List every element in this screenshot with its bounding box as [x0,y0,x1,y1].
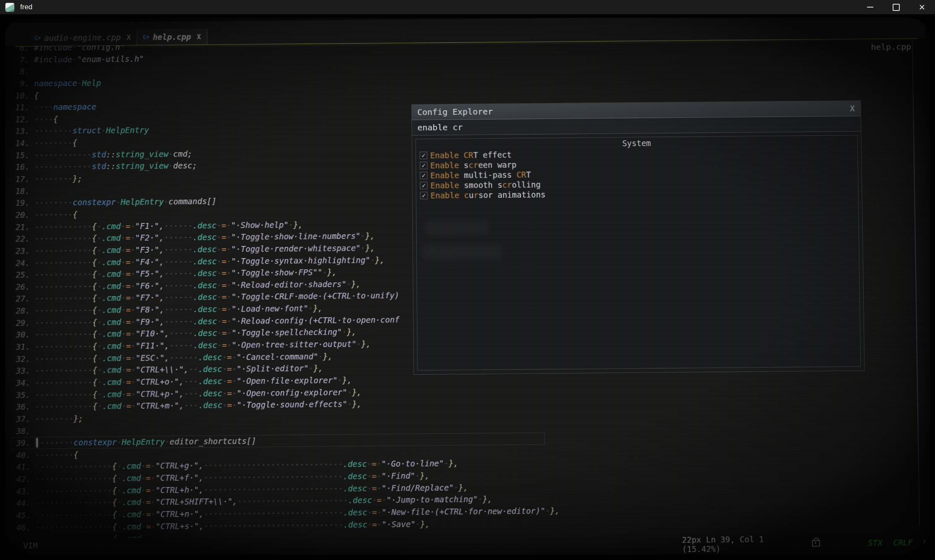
text-segment: constexpr [73,197,116,207]
text-segment: = [222,304,227,314]
checkbox-checked-icon[interactable]: ✓ [420,182,427,189]
text-segment: ················ [35,522,112,532]
text-segment: = [126,305,131,314]
file-badge: help.cpp [840,41,912,52]
text-segment: · [415,471,420,480]
tab-audio-engine.cpp[interactable]: C+audio-engine.cppX [29,29,137,46]
text-segment: Enable [430,190,459,201]
maximize-button[interactable] [883,0,909,14]
text-segment: "·New·file·(+CTRL·for·new·editor)" [382,506,545,517]
text-segment: { [112,522,117,531]
checkbox-checked-icon[interactable]: ✓ [420,172,427,179]
text-segment: · [97,306,102,315]
text-segment: · [117,486,122,495]
text-segment: · [216,220,221,230]
text-segment: ············ [34,246,92,255]
text-segment: { [92,222,97,231]
text-segment: Enable [430,160,459,170]
text-segment: · [97,222,102,231]
tab-help.cpp[interactable]: C+help.cppX [137,29,207,45]
text-segment: · [357,339,362,348]
text-segment: · [232,388,237,397]
text-segment: "·Find" [381,471,415,481]
text-segment: = [126,365,131,374]
text-segment: ············ [35,318,92,327]
text-segment: string_view [116,161,169,171]
line-number: 11. [10,101,34,114]
text-segment: .cmd [102,377,122,386]
text-segment: · [377,508,382,517]
text-segment: ················ [35,534,112,544]
config-items: ✓Enable CRT effect✓Enable screen warp✓En… [416,147,858,201]
text-segment: .cmd [102,341,121,350]
text-segment: · [347,387,352,397]
checkbox-checked-icon[interactable]: ✓ [420,152,427,159]
text-segment: T effect [473,150,512,160]
ghost-artifact [425,220,488,235]
text-segment: ······ [164,221,193,231]
close-button[interactable]: ✕ [909,0,935,14]
text-segment: = [125,233,130,243]
text-segment: = [126,269,131,278]
text-segment: · [232,352,237,361]
text-segment: · [121,365,126,374]
text-segment: }, [458,482,468,492]
text-segment: }, [365,243,375,252]
text-segment: · [151,485,156,495]
text-segment: r [474,190,479,200]
text-segment: "·Show·help" [231,220,289,230]
text-segment: ············ [35,366,92,375]
text-segment: { [92,293,97,303]
text-segment: · [151,473,156,482]
vim-mode-badge: VIM [23,541,37,550]
text-segment: · [130,293,135,302]
minimize-icon [867,7,873,8]
text-segment: · [97,342,102,351]
text-segment: = [222,340,227,350]
text-segment: ········ [35,414,74,423]
text-segment: = [221,268,227,277]
popup-close-button[interactable]: X [850,101,855,116]
text-segment: een warp [478,160,517,170]
text-segment: ············ [35,342,92,351]
text-segment: "·Toggle·show·FPS" [231,267,318,277]
line-number: 33. [11,365,35,377]
text-segment: .cmd [102,257,121,267]
text-segment: { [92,329,97,339]
text-segment: = [126,317,131,327]
text-segment: · [227,280,232,290]
text-segment: = [227,353,232,362]
minimize-button[interactable] [857,0,883,14]
text-segment: · [121,257,126,267]
text-segment: · [97,389,102,399]
line-number: 29. [11,317,35,329]
text-segment: commands[] [169,197,216,206]
text-segment: = [126,329,131,338]
text-segment: · [117,510,122,519]
checkbox-checked-icon[interactable]: ✓ [420,162,427,169]
text-segment: .cmd [102,281,121,290]
text-segment: · [122,389,127,399]
text-segment: .desc [193,269,217,278]
text-segment: , [159,221,164,230]
tab-close-icon[interactable]: X [127,33,131,41]
tab-close-icon[interactable]: X [197,33,201,41]
text-segment: }, [420,471,430,480]
text-segment: · [227,268,232,277]
text-segment: .cmd [102,245,121,254]
text-segment: "CTRL+SHIFT+\\·" [156,497,233,507]
text-segment: , [199,461,204,470]
text-segment: · [121,233,126,243]
text-segment: = [126,389,131,399]
text-segment: ················ [35,461,112,472]
checkbox-checked-icon[interactable]: ✓ [420,192,427,199]
text-segment: = [146,461,151,471]
text-segment: , [199,509,204,518]
text-segment: { [92,282,97,291]
text-segment: · [130,221,135,231]
text-segment: { [92,306,97,315]
text-segment: · [382,495,387,505]
text-segment: { [73,138,78,147]
text-segment: ············ [34,233,92,243]
line-number: 21. [10,221,34,233]
